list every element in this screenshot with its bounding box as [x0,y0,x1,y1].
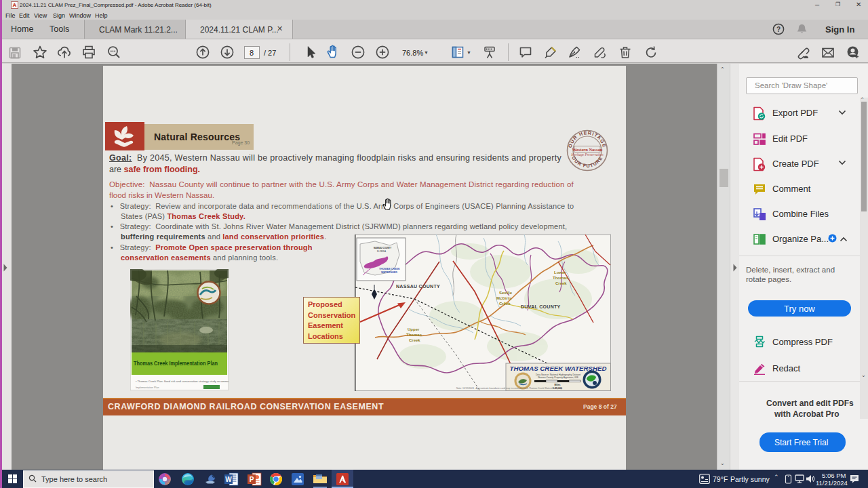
svg-text:FLORIDA: FLORIDA [377,250,386,253]
svg-text:NASSAU COUNTY: NASSAU COUNTY [374,247,391,249]
svg-text:McGirts: McGirts [496,296,512,300]
svg-text:WATERSHED: WATERSHED [381,271,397,274]
svg-text:Seville: Seville [499,291,513,295]
svg-text:Creek: Creek [409,338,420,342]
svg-text:Heritage Preservation: Heritage Preservation [570,152,604,157]
svg-text:Lower: Lower [554,270,566,274]
svg-text:NASSAU COUNTY: NASSAU COUNTY [396,284,440,289]
svg-text:P: P [250,476,254,483]
svg-text:Creek: Creek [499,302,511,306]
svg-text:Miles: Miles [555,384,561,386]
svg-text:Thomas: Thomas [406,333,422,337]
svg-text:THOMAS CREEK: THOMAS CREEK [379,268,400,270]
svg-text:• Thomas Creek Plan: flood ris: • Thomas Creek Plan: flood risk and cons… [136,380,229,383]
svg-text:?: ? [776,26,781,33]
svg-text:OUR HERITAGE: OUR HERITAGE [568,130,607,148]
svg-text:DUVAL COUNTY: DUVAL COUNTY [521,304,561,309]
svg-text:W: W [225,476,232,483]
svg-text:Note: 11/19/2024 - Approximate: Note: 11/19/2024 - Approximate boundarie… [456,387,562,390]
svg-text:Implementation Plan: Implementation Plan [136,386,159,389]
svg-text:OUR FUTURE: OUR FUTURE [571,155,604,168]
svg-text:0: 0 [534,380,536,383]
svg-text:Thomas Creek Implementation Pl: Thomas Creek Implementation Plan [134,360,218,367]
svg-text:Upper: Upper [408,327,420,331]
svg-text:Creek: Creek [555,281,567,285]
svg-text:Nassau County Property Apprais: Nassau County Property Appraiser, GIS [538,376,578,379]
svg-text:Western Nassau: Western Nassau [572,147,603,152]
svg-text:Thomas: Thomas [553,276,569,280]
